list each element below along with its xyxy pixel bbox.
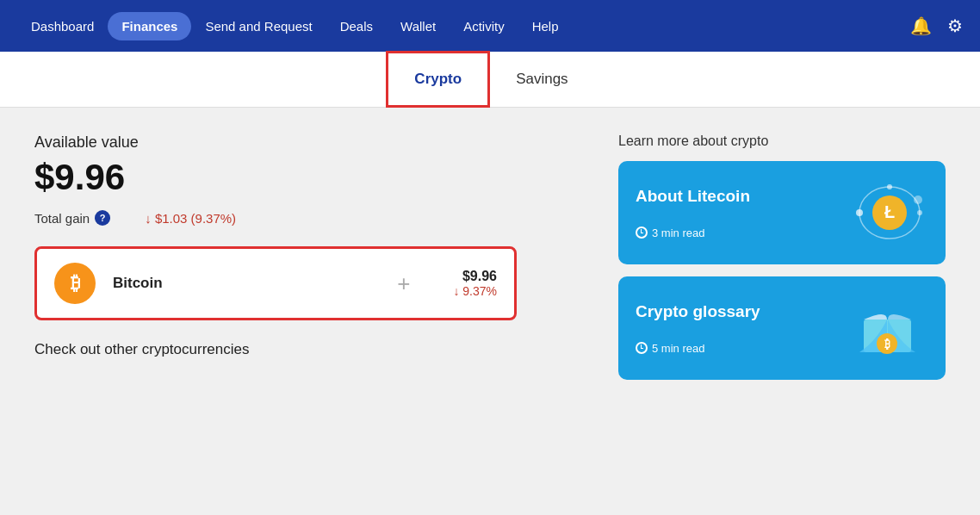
- learn-card-litecoin[interactable]: About Litecoin 3 min read Ł: [618, 161, 946, 264]
- nav-send-request[interactable]: Send and Request: [191, 12, 326, 40]
- bitcoin-name: Bitcoin: [113, 275, 354, 292]
- clock-icon-2: [636, 342, 648, 354]
- nav-finances[interactable]: Finances: [108, 12, 191, 40]
- bitcoin-logo-icon: ₿: [54, 263, 96, 304]
- tab-crypto[interactable]: Crypto: [386, 51, 490, 108]
- nav-help[interactable]: Help: [518, 12, 573, 40]
- learn-card-glossary[interactable]: Crypto glossary 5 min read ₿: [618, 276, 946, 380]
- learn-label: Learn more about crypto: [618, 133, 946, 149]
- bitcoin-card[interactable]: ₿ Bitcoin + $9.96 ↓ 9.37%: [34, 246, 517, 320]
- svg-point-3: [856, 209, 863, 216]
- svg-point-4: [917, 210, 922, 215]
- notification-bell-icon[interactable]: 🔔: [910, 16, 932, 36]
- bitcoin-pct-value: ↓ 9.37%: [453, 284, 497, 298]
- right-panel: Learn more about crypto About Litecoin 3…: [618, 133, 946, 489]
- info-icon[interactable]: ?: [95, 210, 110, 226]
- litecoin-card-title: About Litecoin: [636, 187, 750, 206]
- total-gain-value: ↓ $1.03 (9.37%): [145, 211, 236, 226]
- total-gain-label: Total gain ?: [34, 210, 110, 226]
- glossary-card-time: 5 min read: [636, 342, 760, 355]
- svg-text:Ł: Ł: [884, 202, 895, 221]
- total-gain-row: Total gain ? ↓ $1.03 (9.37%): [34, 210, 584, 226]
- litecoin-card-text: About Litecoin 3 min read: [636, 187, 750, 239]
- bitcoin-values: $9.96 ↓ 9.37%: [453, 269, 497, 298]
- clock-icon: [636, 226, 648, 239]
- litecoin-illustration: Ł: [851, 178, 928, 247]
- nav-deals[interactable]: Deals: [326, 12, 387, 40]
- svg-point-5: [887, 184, 892, 189]
- settings-gear-icon[interactable]: ⚙: [947, 16, 963, 36]
- subnav: Crypto Savings: [0, 52, 980, 108]
- bitcoin-usd-value: $9.96: [453, 269, 497, 284]
- navbar: Dashboard Finances Send and Request Deal…: [0, 0, 980, 52]
- bitcoin-add-button[interactable]: +: [397, 270, 410, 297]
- glossary-card-text: Crypto glossary 5 min read: [636, 302, 760, 355]
- nav-wallet[interactable]: Wallet: [387, 12, 450, 40]
- check-out-label: Check out other cryptocurrencies: [34, 341, 584, 358]
- glossary-card-title: Crypto glossary: [636, 302, 760, 321]
- book-illustration: ₿: [851, 294, 928, 363]
- litecoin-card-time: 3 min read: [636, 226, 750, 239]
- nav-activity[interactable]: Activity: [450, 12, 518, 40]
- svg-text:₿: ₿: [884, 338, 890, 351]
- nav-dashboard[interactable]: Dashboard: [17, 12, 108, 40]
- tab-savings[interactable]: Savings: [490, 53, 593, 105]
- available-value: $9.96: [34, 157, 584, 198]
- svg-point-6: [914, 195, 922, 204]
- main-content: Available value $9.96 Total gain ? ↓ $1.…: [0, 108, 980, 515]
- left-panel: Available value $9.96 Total gain ? ↓ $1.…: [34, 133, 584, 489]
- available-label: Available value: [34, 133, 584, 152]
